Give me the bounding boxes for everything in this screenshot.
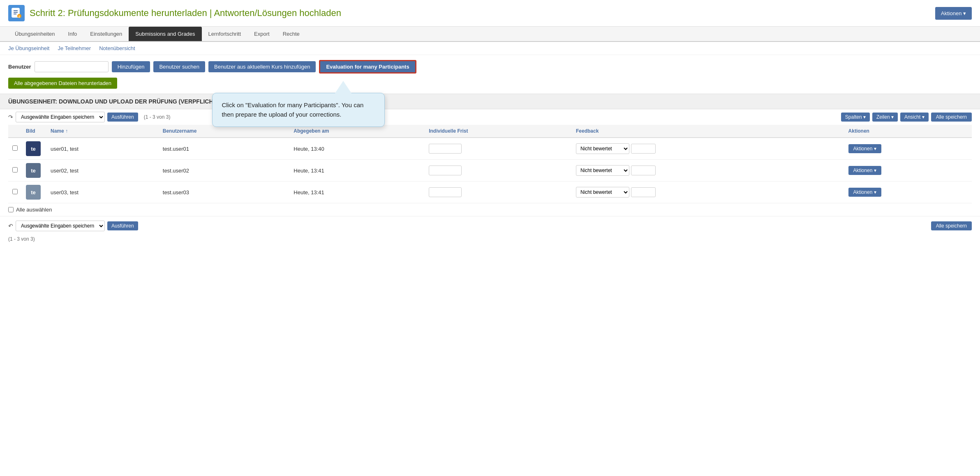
frist-input-row1[interactable] <box>429 144 462 154</box>
grade-select-row1[interactable]: Nicht bewertet <box>576 143 629 154</box>
spalten-button[interactable]: Spalten ▾ <box>841 113 870 122</box>
tab-submissions[interactable]: Submissions and Grades <box>129 27 201 41</box>
row3-username: test.user03 <box>159 182 290 203</box>
zeilen-button[interactable]: Zeilen ▾ <box>872 113 898 122</box>
row2-username: test.user02 <box>159 160 290 182</box>
select-all-checkbox[interactable] <box>8 207 14 212</box>
data-table: Bild Name ↑ Benutzername Abgegeben am In… <box>8 125 972 203</box>
benutzer-input[interactable] <box>35 61 109 72</box>
footer-controls-left: ↶ Ausgewählte Eingaben speichern Ausführ… <box>8 221 138 231</box>
frist-input-row2[interactable] <box>429 166 462 175</box>
action-select-bottom[interactable]: Ausgewählte Eingaben speichern <box>16 221 105 231</box>
avatar-row2: te <box>26 163 41 178</box>
tab-lernfortschritt[interactable]: Lernfortschritt <box>202 27 247 41</box>
row3-abgegeben: Heute, 13:41 <box>289 182 425 203</box>
tab-info[interactable]: Info <box>62 27 84 41</box>
checkbox-row1[interactable] <box>12 145 18 151</box>
table-row: te user01, test test.user01 Heute, 13:40… <box>8 138 972 160</box>
count-top: (1 - 3 von 3) <box>144 114 171 120</box>
row1-grade: Nicht bewertet <box>572 138 844 160</box>
ansicht-button[interactable]: Ansicht ▾ <box>900 113 929 122</box>
aktionen-button-row2[interactable]: Aktionen ▾ <box>848 166 881 175</box>
frist-input-row3[interactable] <box>429 187 462 197</box>
tooltip-bubble: Click on "Evaluation for many Participan… <box>212 93 385 127</box>
hinzufuegen-button[interactable]: Hinzufügen <box>112 61 150 72</box>
th-name[interactable]: Name ↑ <box>46 125 159 138</box>
tab-export[interactable]: Export <box>247 27 276 41</box>
toolbar-row-2: Alle abgegebenen Dateien herunterladen <box>8 78 972 89</box>
row3-name: user03, test <box>46 182 159 203</box>
th-checkbox <box>8 125 22 138</box>
table-controls-bottom: ↶ Ausgewählte Eingaben speichern Ausführ… <box>0 218 980 234</box>
page-header: 2 Schritt 2: Prüfungsdokumente herunterl… <box>0 0 980 27</box>
row2-abgegeben: Heute, 13:41 <box>289 160 425 182</box>
row3-aktionen: Aktionen ▾ <box>844 182 972 203</box>
th-bild: Bild <box>22 125 46 138</box>
row1-checkbox <box>8 138 22 160</box>
table-row: te user02, test test.user02 Heute, 13:41… <box>8 160 972 182</box>
benutzer-label: Benutzer <box>8 64 31 70</box>
table-controls-left: ↷ Ausgewählte Eingaben speichern Ausführ… <box>8 112 170 122</box>
grade-input-row1[interactable] <box>631 144 656 154</box>
row3-frist <box>425 182 572 203</box>
row1-username: test.user01 <box>159 138 290 160</box>
aktionen-button-row1[interactable]: Aktionen ▾ <box>848 144 881 153</box>
benutzer-suchen-button[interactable]: Benutzer suchen <box>153 61 205 72</box>
page-title: Schritt 2: Prüfungsdokumente herunterlad… <box>30 8 341 18</box>
section-header: ÜBUNGSEINHEIT: DOWNLOAD UND UPLOAD DER P… <box>0 94 980 109</box>
tab-uebungseinheiten[interactable]: Übungseinheiten <box>8 27 62 41</box>
section-title: ÜBUNGSEINHEIT: DOWNLOAD UND UPLOAD DER P… <box>8 98 972 105</box>
grade-select-row3[interactable]: Nicht bewertet <box>576 187 629 198</box>
subnav-je-uebungseinheit[interactable]: Je Übungseinheit <box>8 45 49 51</box>
subnav-je-teilnehmer[interactable]: Je Teilnehmer <box>58 45 91 51</box>
arrow-icon: ↷ <box>8 114 13 120</box>
row2-avatar-cell: te <box>22 160 46 182</box>
action-select-top[interactable]: Ausgewählte Eingaben speichern <box>16 112 105 122</box>
table-body: te user01, test test.user01 Heute, 13:40… <box>8 138 972 203</box>
arrow-icon-bottom: ↶ <box>8 223 13 229</box>
row3-checkbox <box>8 182 22 203</box>
row1-frist <box>425 138 572 160</box>
row2-name: user02, test <box>46 160 159 182</box>
select-all-label: Alle auswählen <box>16 207 52 213</box>
benutzer-kurs-button[interactable]: Benutzer aus aktuellem Kurs hinzufügen <box>208 61 316 72</box>
alle-speichern-button-bottom[interactable]: Alle speichern <box>931 221 972 230</box>
aktionen-button-row3[interactable]: Aktionen ▾ <box>848 188 881 197</box>
aktionen-button[interactable]: Aktionen ▾ <box>935 7 972 20</box>
avatar-row1: te <box>26 141 41 156</box>
row1-aktionen: Aktionen ▾ <box>844 138 972 160</box>
checkbox-row2[interactable] <box>12 167 18 172</box>
table-controls-right: Spalten ▾ Zeilen ▾ Ansicht ▾ Alle speich… <box>841 113 972 122</box>
footer-controls-right: Alle speichern <box>931 221 972 230</box>
th-frist: Individuelle Frist <box>425 125 572 138</box>
avatar-row3: te <box>26 185 41 200</box>
tooltip-text: Click on "Evaluation for many Participan… <box>222 101 363 118</box>
table-controls-top: ↷ Ausgewählte Eingaben speichern Ausführ… <box>0 109 980 125</box>
alle-speichern-button-top[interactable]: Alle speichern <box>931 113 972 122</box>
row2-aktionen: Aktionen ▾ <box>844 160 972 182</box>
toolbar: Benutzer Hinzufügen Benutzer suchen Benu… <box>0 55 980 94</box>
evaluation-button[interactable]: Evaluation for many Participants <box>319 60 416 74</box>
tab-einstellungen[interactable]: Einstellungen <box>83 27 129 41</box>
title-area: 2 Schritt 2: Prüfungsdokumente herunterl… <box>8 5 341 21</box>
row2-frist <box>425 160 572 182</box>
th-feedback: Feedback <box>572 125 844 138</box>
page-icon: 2 <box>8 5 25 21</box>
row2-grade: Nicht bewertet <box>572 160 844 182</box>
download-all-button[interactable]: Alle abgegebenen Dateien herunterladen <box>8 78 117 89</box>
checkbox-row3[interactable] <box>12 189 18 194</box>
ausfuehren-button-bottom[interactable]: Ausführen <box>107 221 138 230</box>
svg-text:2: 2 <box>18 15 21 18</box>
grade-input-row2[interactable] <box>631 166 656 175</box>
grade-select-row2[interactable]: Nicht bewertet <box>576 165 629 176</box>
tab-rechte[interactable]: Rechte <box>276 27 306 41</box>
ausfuehren-button-top[interactable]: Ausführen <box>107 113 138 122</box>
count-bottom: (1 - 3 von 3) <box>8 236 35 242</box>
table-head: Bild Name ↑ Benutzername Abgegeben am In… <box>8 125 972 138</box>
subnav-notenuebersicht[interactable]: Notenübersicht <box>99 45 135 51</box>
th-aktionen: Aktionen <box>844 125 972 138</box>
grade-input-row3[interactable] <box>631 187 656 197</box>
footer-count: (1 - 3 von 3) <box>0 234 980 244</box>
eval-button-container: Evaluation for many Participants Click o… <box>319 60 416 74</box>
select-all-row: Alle auswählen <box>0 203 980 216</box>
